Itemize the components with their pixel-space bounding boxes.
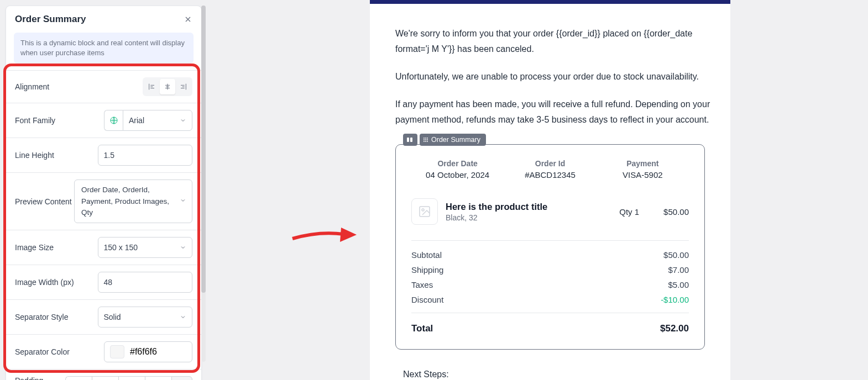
padding-bottom-input[interactable]: 16 — [118, 376, 145, 380]
total-value: $5.00 — [668, 280, 689, 289]
product-image-placeholder — [411, 198, 438, 225]
svg-point-8 — [425, 139, 426, 140]
separator-color-input[interactable]: #f6f6f6 — [104, 341, 192, 362]
separator-color-row: Separator Color #f6f6f6 — [6, 334, 201, 369]
padding-label: Padding — [15, 376, 65, 380]
total-label: Discount — [411, 295, 443, 304]
separator-style-value: Solid — [104, 313, 121, 321]
email-header-bar — [370, 0, 730, 4]
font-family-row: Font Family Arial — [6, 103, 201, 138]
email-paragraph: We're sorry to inform you that your orde… — [395, 26, 713, 57]
panel-header: Order Summary — [6, 6, 201, 31]
separator-style-label: Separator Style — [15, 313, 98, 321]
total-line-discount: Discount -$10.00 — [411, 292, 689, 307]
svg-point-14 — [422, 209, 424, 211]
svg-point-4 — [423, 138, 425, 139]
total-line: Subtotal $50.00 — [411, 247, 689, 262]
product-row: Here is the product title Black, 32 Qty … — [411, 188, 689, 238]
close-icon[interactable] — [184, 15, 192, 24]
grand-total-line: Total $52.00 — [411, 313, 689, 337]
svg-point-7 — [423, 139, 425, 140]
product-price: $50.00 — [663, 207, 689, 217]
font-family-value: Arial — [129, 116, 144, 125]
product-info: Here is the product title Black, 32 — [446, 202, 611, 222]
meta-label: Payment — [597, 159, 689, 168]
chevron-down-icon — [180, 244, 186, 251]
form-rows: Alignment Font Family Arial Line Height … — [6, 70, 201, 380]
svg-rect-3 — [410, 138, 412, 142]
padding-top-input[interactable]: 16 — [65, 376, 92, 380]
padding-lock-button[interactable] — [171, 376, 192, 380]
color-swatch — [110, 345, 124, 358]
image-icon — [418, 205, 431, 218]
globe-prefix[interactable] — [104, 110, 123, 131]
image-size-label: Image Size — [15, 243, 98, 252]
meta-label: Order Date — [411, 159, 504, 168]
line-height-label: Line Height — [15, 151, 98, 160]
sidebar-scrollbar[interactable] — [201, 6, 206, 362]
order-summary-panel: Order Summary This is a dynamic block an… — [6, 6, 202, 380]
padding-row: Padding 16 16 16 16 Top Right Bottom Lef… — [6, 369, 201, 380]
image-size-value: 150 x 150 — [104, 243, 138, 252]
font-family-label: Font Family — [15, 116, 104, 125]
product-variant: Black, 32 — [446, 213, 611, 222]
email-paragraph: Unfortunately, we are unable to process … — [395, 69, 713, 85]
svg-point-12 — [427, 141, 428, 142]
image-width-row: Image Width (px) 48 — [6, 265, 201, 299]
columns-icon — [406, 137, 414, 142]
line-height-value: 1.5 — [104, 151, 114, 160]
image-width-input[interactable]: 48 — [98, 272, 193, 293]
padding-inputs: 16 16 16 16 — [65, 376, 192, 380]
next-steps-heading: Next Steps: — [395, 370, 713, 379]
svg-point-6 — [427, 138, 428, 139]
total-value: $50.00 — [663, 250, 689, 260]
line-height-row: Line Height 1.5 — [6, 138, 201, 172]
email-preview: We're sorry to inform you that your orde… — [370, 0, 730, 380]
meta-col: Order Date 04 October, 2024 — [411, 159, 504, 180]
drag-icon — [423, 137, 428, 142]
preview-content-value: Order Date, OrderId, Payment, Product Im… — [81, 184, 175, 218]
total-value: $7.00 — [668, 265, 689, 275]
image-size-row: Image Size 150 x 150 — [6, 230, 201, 265]
font-family-select[interactable]: Arial — [123, 110, 192, 131]
chevron-down-icon — [180, 314, 186, 320]
meta-value: VISA-5902 — [597, 170, 689, 180]
globe-icon — [109, 116, 118, 125]
preview-content-select[interactable]: Order Date, OrderId, Payment, Product Im… — [74, 180, 192, 223]
align-right-button[interactable] — [175, 79, 191, 94]
totals: Subtotal $50.00 Shipping $7.00 Taxes $5.… — [411, 247, 689, 337]
align-left-button[interactable] — [144, 79, 160, 94]
order-summary-block[interactable]: Order Date 04 October, 2024 Order Id #AB… — [395, 144, 705, 350]
svg-point-9 — [427, 139, 428, 140]
sidebar-scroll-thumb[interactable] — [201, 6, 206, 293]
alignment-group — [143, 77, 192, 96]
panel-title: Order Summary — [15, 14, 86, 25]
line-height-input[interactable]: 1.5 — [98, 145, 193, 166]
separator-style-row: Separator Style Solid — [6, 299, 201, 334]
info-box: This is a dynamic block and real content… — [14, 33, 194, 64]
meta-value: #ABCD12345 — [504, 170, 596, 180]
meta-col: Payment VISA-5902 — [597, 159, 689, 180]
block-toggle-button[interactable] — [403, 134, 417, 146]
separator-style-select[interactable]: Solid — [98, 307, 193, 328]
grand-total-label: Total — [411, 323, 433, 334]
font-family-input-group: Arial — [104, 110, 192, 131]
padding-right-input[interactable]: 16 — [92, 376, 118, 380]
meta-value: 04 October, 2024 — [411, 170, 504, 180]
image-width-label: Image Width (px) — [15, 278, 98, 287]
block-chip-label: Order Summary — [431, 136, 480, 144]
order-meta: Order Date 04 October, 2024 Order Id #AB… — [411, 156, 689, 188]
svg-point-5 — [425, 138, 426, 139]
product-title: Here is the product title — [446, 202, 611, 212]
email-body: We're sorry to inform you that your orde… — [370, 4, 730, 379]
block-chip[interactable]: Order Summary — [420, 134, 486, 146]
total-label: Subtotal — [411, 250, 442, 260]
align-center-button[interactable] — [160, 79, 175, 94]
grand-total-value: $52.00 — [660, 323, 689, 334]
preview-content-row: Preview Content Order Date, OrderId, Pay… — [6, 172, 201, 230]
image-width-value: 48 — [104, 278, 113, 287]
alignment-row: Alignment — [6, 70, 201, 103]
image-size-select[interactable]: 150 x 150 — [98, 237, 193, 258]
alignment-label: Alignment — [15, 82, 143, 91]
padding-left-input[interactable]: 16 — [145, 376, 171, 380]
